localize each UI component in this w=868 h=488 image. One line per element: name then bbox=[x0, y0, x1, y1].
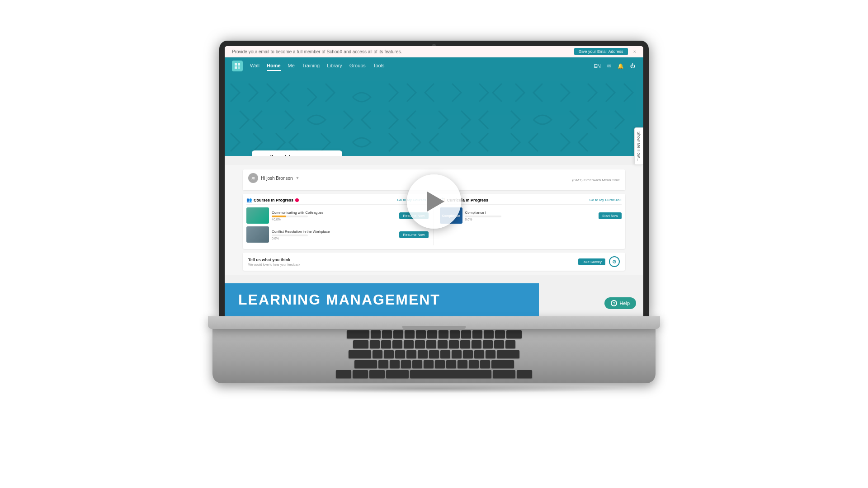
mail-icon[interactable]: ✉ bbox=[605, 62, 613, 70]
key-8 bbox=[450, 330, 460, 338]
show-me-how-button[interactable]: Show Me How... bbox=[634, 127, 643, 165]
svg-rect-2 bbox=[235, 66, 237, 69]
course-progress-text-2: 0.0% bbox=[272, 237, 396, 240]
nav-item-training[interactable]: Training bbox=[302, 61, 320, 71]
key-x bbox=[390, 360, 400, 368]
key-backslash bbox=[505, 340, 515, 348]
curricula-progress-bar-1 bbox=[465, 216, 501, 217]
curricula-row-1: Compliance Compliance I 0.0% Start Now bbox=[440, 207, 622, 224]
laptop-screen: Provide your email to become a full memb… bbox=[225, 46, 643, 316]
course-title-2: Conflict Resolution in the Workplace bbox=[272, 230, 396, 234]
laptop-mockup: Provide your email to become a full memb… bbox=[208, 41, 660, 447]
notification-close-button[interactable]: × bbox=[633, 49, 636, 54]
key-cmd-left bbox=[386, 370, 409, 378]
resume-now-button-2[interactable]: Resume Now bbox=[399, 231, 428, 238]
nav-item-home[interactable]: Home bbox=[267, 61, 281, 71]
keyboard-row-3 bbox=[349, 350, 519, 358]
go-to-courses-link[interactable]: Go to My Courses › bbox=[397, 198, 428, 202]
svg-rect-3 bbox=[238, 66, 240, 69]
keyboard-row-2 bbox=[353, 340, 515, 348]
key-t bbox=[415, 340, 425, 348]
nav-items: Wall Home Me Training Library Groups Too… bbox=[250, 61, 594, 71]
chevron-icon[interactable]: ▼ bbox=[296, 176, 300, 180]
key-3 bbox=[393, 330, 403, 338]
avatar: JB bbox=[248, 173, 258, 183]
key-d bbox=[395, 350, 405, 358]
courses-section-header: 👥 Courses In Progress Go to My Courses › bbox=[246, 197, 429, 205]
survey-title: Tell us what you think bbox=[248, 258, 300, 262]
key-cmd-right bbox=[493, 370, 515, 378]
laptop-keyboard bbox=[212, 329, 656, 383]
survey-desc: We would love to hear your feedback bbox=[248, 263, 300, 266]
user-greeting: JB Hi josh Bronson ▼ bbox=[248, 173, 300, 183]
key-6 bbox=[427, 330, 437, 338]
key-alt-left bbox=[369, 370, 385, 378]
learning-management-banner: LEARNING MANAGEMENT bbox=[225, 283, 539, 316]
nav-lang[interactable]: EN bbox=[594, 63, 601, 69]
key-c bbox=[401, 360, 411, 368]
compliance-thumb: Compliance bbox=[440, 207, 462, 224]
key-p bbox=[472, 340, 481, 348]
nav-item-library[interactable]: Library bbox=[327, 61, 342, 71]
key-bracket-close bbox=[494, 340, 504, 348]
nav-item-wall[interactable]: Wall bbox=[250, 61, 259, 71]
course-progress-bar-1 bbox=[272, 216, 308, 217]
key-slash bbox=[480, 360, 490, 368]
curricula-progress-text-1: 0.0% bbox=[465, 218, 596, 221]
course-progress-fill-1 bbox=[272, 216, 286, 217]
keyboard-row-5 bbox=[336, 370, 532, 378]
key-w bbox=[381, 340, 391, 348]
help-label: Help bbox=[619, 300, 630, 306]
key-plus bbox=[495, 330, 505, 338]
key-ctrl bbox=[353, 370, 368, 378]
nav-right: EN ✉ 🔔 ⏻ bbox=[594, 62, 636, 70]
nav-item-groups[interactable]: Groups bbox=[349, 61, 366, 71]
nav-logo bbox=[232, 61, 243, 71]
key-delete bbox=[506, 330, 522, 338]
key-bracket-open bbox=[483, 340, 493, 348]
key-a bbox=[373, 350, 382, 358]
keyboard-row-4 bbox=[354, 360, 514, 368]
key-h bbox=[429, 350, 439, 358]
key-return bbox=[497, 350, 519, 358]
courses-title: Courses In Progress bbox=[254, 198, 293, 202]
svg-rect-0 bbox=[235, 63, 237, 66]
keyboard-row-1 bbox=[347, 330, 522, 338]
course-progress-bar-2 bbox=[272, 235, 308, 236]
key-g bbox=[418, 350, 428, 358]
key-i bbox=[449, 340, 459, 348]
username-text: emilygolden bbox=[261, 154, 298, 156]
course-thumb-1 bbox=[246, 207, 269, 224]
nav-item-me[interactable]: Me bbox=[288, 61, 295, 71]
key-r bbox=[404, 340, 414, 348]
course-title-1: Communicating with Colleagues bbox=[272, 211, 396, 215]
laptop-shadow bbox=[231, 384, 637, 393]
key-fn bbox=[336, 370, 351, 378]
key-esc bbox=[347, 330, 369, 338]
navbar: Wall Home Me Training Library Groups Too… bbox=[225, 57, 643, 75]
take-survey-button[interactable]: Take Survey bbox=[578, 258, 605, 265]
power-icon[interactable]: ⏻ bbox=[629, 62, 636, 70]
key-minus bbox=[484, 330, 494, 338]
timezone-text: (GMT) Greenwich Mean Time bbox=[572, 178, 620, 182]
go-to-curricula-link[interactable]: Go to My Curricula › bbox=[590, 198, 622, 202]
key-f bbox=[406, 350, 416, 358]
help-button[interactable]: ? Help bbox=[604, 297, 636, 309]
course-row-2: Conflict Resolution in the Workplace 0.0… bbox=[246, 226, 429, 243]
key-k bbox=[452, 350, 462, 358]
course-progress-text-1: 40.0% bbox=[272, 218, 396, 221]
key-l bbox=[463, 350, 473, 358]
key-shift-left bbox=[354, 360, 377, 368]
laptop-body bbox=[208, 316, 660, 329]
give-email-button[interactable]: Give your Email Address bbox=[574, 48, 628, 55]
nav-item-tools[interactable]: Tools bbox=[373, 61, 385, 71]
bell-icon[interactable]: 🔔 bbox=[617, 62, 624, 70]
key-4 bbox=[405, 330, 415, 338]
logo-icon bbox=[234, 63, 241, 69]
start-now-button-1[interactable]: Start Now bbox=[599, 212, 622, 219]
key-v bbox=[412, 360, 422, 368]
username-card: emilygolden bbox=[252, 150, 342, 156]
curricula-section-header: 📋 Curricula In Progress Go to My Curricu… bbox=[440, 197, 622, 205]
key-2 bbox=[382, 330, 392, 338]
resume-now-button-1[interactable]: Resume Now bbox=[399, 212, 428, 219]
